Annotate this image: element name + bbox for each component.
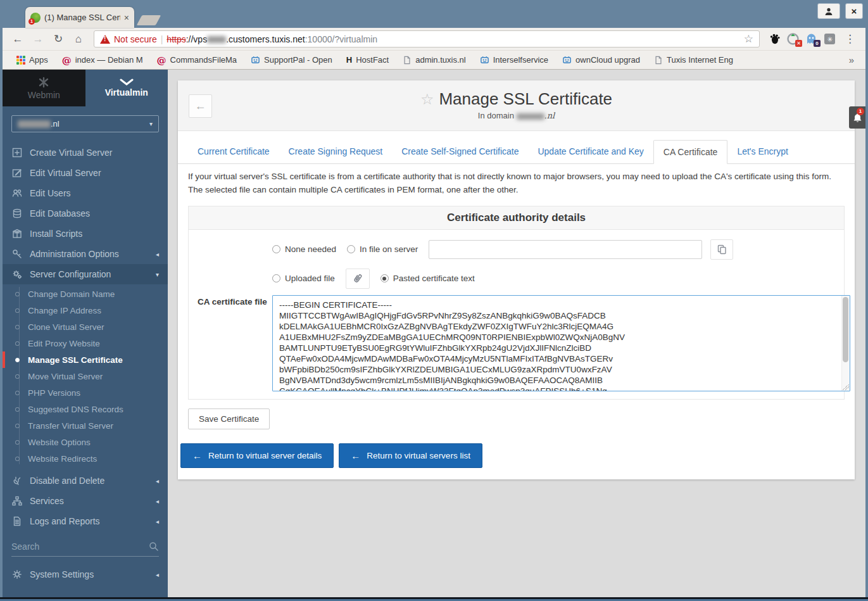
plus-square-icon bbox=[11, 148, 22, 158]
textarea-scrollbar[interactable] bbox=[841, 296, 850, 391]
server-file-browse-button[interactable] bbox=[710, 239, 733, 260]
sitemap-icon bbox=[11, 496, 22, 506]
sidebar-item-install-scripts[interactable]: Install Scripts bbox=[3, 224, 168, 244]
return-to-servers-list-button[interactable]: ← Return to virtual servers list bbox=[339, 443, 482, 468]
domain-redacted bbox=[18, 120, 51, 128]
bookmark-item[interactable]: Interselfservice bbox=[474, 55, 555, 65]
sidebar-item-label: Server Configuration bbox=[30, 269, 111, 279]
bookmarks-overflow-button[interactable]: » bbox=[849, 54, 858, 65]
tab-current-certificate[interactable]: Current Certificate bbox=[188, 140, 279, 163]
sidebar-subitem-website-redirects[interactable]: Website Redirects bbox=[3, 450, 168, 467]
notifications-button[interactable]: 1 bbox=[849, 106, 865, 129]
updater-extension-icon[interactable]: ✕ bbox=[787, 33, 799, 45]
sidebar-subitem-php-versions[interactable]: PHP Versions bbox=[3, 384, 168, 401]
bookmark-item[interactable]: Apps bbox=[10, 55, 54, 65]
left-arrow-icon: ← bbox=[351, 450, 360, 461]
radio-pasted-certificate-text[interactable] bbox=[381, 274, 389, 282]
scrollbar-thumb[interactable] bbox=[843, 297, 848, 362]
return-to-server-details-button[interactable]: ← Return to virtual server details bbox=[180, 443, 334, 468]
page-back-button[interactable]: ← bbox=[189, 94, 212, 118]
sidebar-item-logs-and-reports[interactable]: Logs and Reports◂ bbox=[3, 511, 168, 531]
forward-button[interactable]: → bbox=[29, 33, 47, 46]
url-bar[interactable]: Not secure | https://vps.customers.tuxis… bbox=[94, 30, 760, 47]
gray-extension-icon[interactable]: ✳ bbox=[824, 33, 836, 45]
gnome-foot-extension-icon[interactable] bbox=[769, 33, 781, 45]
tab-ca-certificate[interactable]: CA Certificate bbox=[653, 140, 728, 164]
bookmark-item[interactable]: @index — Debian M bbox=[56, 54, 149, 66]
subtitle-domain-suffix: .nl bbox=[544, 111, 555, 120]
ghost-tabs-extension-icon[interactable]: 0 bbox=[805, 33, 817, 45]
browser-menu-button[interactable]: ⋮ bbox=[841, 32, 859, 46]
save-certificate-button[interactable]: Save Certificate bbox=[188, 408, 270, 429]
sidebar-subitem-website-options[interactable]: Website Options bbox=[3, 434, 168, 450]
sidebar-subitem-move-virtual-server[interactable]: Move Virtual Server bbox=[3, 368, 168, 384]
sidebar-subitem-manage-ssl-certificate[interactable]: Manage SSL Certificate bbox=[3, 351, 168, 368]
tab-virtualmin[interactable]: Virtualmin bbox=[85, 70, 168, 106]
sidebar-item-administration-options[interactable]: Administration Options◂ bbox=[3, 244, 168, 264]
sidebar-subitem-change-ip-address[interactable]: Change IP Address bbox=[3, 302, 168, 319]
notification-count-badge: 1 bbox=[857, 108, 864, 115]
sidebar-item-edit-users[interactable]: Edit Users bbox=[3, 183, 168, 203]
left-arrow-icon: ← bbox=[192, 450, 202, 461]
radio-none-needed[interactable] bbox=[272, 245, 280, 253]
radio-in-file-on-server[interactable] bbox=[347, 245, 355, 253]
window-frame-bottom bbox=[0, 597, 868, 601]
bookmark-item[interactable]: admin.tuxis.nl bbox=[396, 55, 472, 65]
tab-webmin[interactable]: Webmin bbox=[3, 70, 85, 106]
certificate-authority-panel: Certificate authority details CA certifi… bbox=[188, 206, 845, 400]
bookmark-item[interactable]: SupportPal - Open bbox=[244, 55, 339, 65]
tab-create-signing-request[interactable]: Create Signing Request bbox=[279, 140, 393, 163]
sidebar-item-services[interactable]: Services◂ bbox=[3, 491, 168, 511]
bullet-icon bbox=[15, 325, 20, 329]
sidebar-item-disable-and-delete[interactable]: Disable and Delete◂ bbox=[3, 471, 168, 491]
upload-file-button[interactable] bbox=[346, 269, 370, 289]
bookmark-star-icon[interactable]: ☆ bbox=[744, 32, 753, 46]
sidebar-item-create-virtual-server[interactable]: Create Virtual Server bbox=[3, 142, 168, 163]
bookmark-label: Interselfservice bbox=[493, 55, 548, 65]
titlebar: 1 (1) Manage SSL Certi × × bbox=[3, 0, 865, 28]
tab-close-icon[interactable]: × bbox=[124, 13, 129, 22]
domain-selector[interactable]: .nl ▾ bbox=[11, 115, 159, 132]
window-close-button[interactable]: × bbox=[845, 3, 863, 19]
sidebar-item-server-configuration[interactable]: Server Configuration▾ bbox=[3, 264, 168, 284]
bookmark-item[interactable]: HHostFact bbox=[340, 55, 395, 65]
sidebar-subitem-label: Change IP Address bbox=[28, 306, 101, 315]
file-icon bbox=[11, 516, 22, 526]
tab-update-certificate-and-key[interactable]: Update Certificate and Key bbox=[528, 140, 653, 163]
bullet-icon bbox=[15, 407, 20, 412]
resize-grip-icon[interactable] bbox=[843, 384, 849, 390]
sidebar-item-label: System Settings bbox=[30, 569, 94, 579]
bookmark-item[interactable]: ownCloud upgrad bbox=[556, 55, 646, 65]
bullet-icon bbox=[15, 391, 20, 395]
sidebar-subitem-suggested-dns-records[interactable]: Suggested DNS Records bbox=[3, 401, 168, 417]
bookmark-item[interactable]: @CommandsFileMa bbox=[151, 54, 243, 66]
sidebar-item-system-settings[interactable]: System Settings◂ bbox=[3, 564, 168, 585]
profile-button[interactable] bbox=[817, 3, 840, 19]
sidebar-subitem-label: Change Domain Name bbox=[28, 289, 115, 299]
radio-in-file-label: In file on server bbox=[360, 244, 418, 254]
sidebar-subitem-edit-proxy-website[interactable]: Edit Proxy Website bbox=[3, 335, 168, 351]
server-file-path-input[interactable] bbox=[429, 240, 702, 259]
debian-icon: @ bbox=[157, 54, 167, 66]
caret-left-icon: ◂ bbox=[156, 478, 159, 484]
page-icon bbox=[654, 56, 663, 65]
sidebar-subitem-change-domain-name[interactable]: Change Domain Name bbox=[3, 286, 168, 302]
bookmark-item[interactable]: Tuxis Internet Eng bbox=[648, 55, 739, 65]
sidebar-item-edit-databases[interactable]: Edit Databases bbox=[3, 203, 168, 224]
sidebar-item-edit-virtual-server[interactable]: Edit Virtual Server bbox=[3, 163, 168, 183]
sidebar-subitem-transfer-virtual-server[interactable]: Transfer Virtual Server bbox=[3, 417, 168, 434]
tab-let-s-encrypt[interactable]: Let's Encrypt bbox=[727, 140, 798, 163]
favorite-star-icon[interactable]: ☆ bbox=[420, 91, 434, 108]
tab-create-self-signed-certificate[interactable]: Create Self-Signed Certificate bbox=[392, 140, 528, 163]
radio-uploaded-file[interactable] bbox=[272, 274, 280, 282]
browser-tab[interactable]: 1 (1) Manage SSL Certi × bbox=[25, 7, 134, 28]
sidebar-search-input[interactable] bbox=[11, 541, 149, 552]
back-button[interactable]: ← bbox=[9, 33, 27, 46]
reload-button[interactable]: ↻ bbox=[49, 32, 67, 46]
home-button[interactable]: ⌂ bbox=[70, 33, 87, 46]
url-text: https://vps.customers.tuxis.net:10000/?v… bbox=[167, 34, 377, 44]
ca-certificate-textarea[interactable] bbox=[272, 295, 850, 391]
bullet-icon bbox=[15, 308, 20, 313]
sidebar-subitem-clone-virtual-server[interactable]: Clone Virtual Server bbox=[3, 319, 168, 335]
new-tab-button[interactable] bbox=[137, 15, 161, 25]
